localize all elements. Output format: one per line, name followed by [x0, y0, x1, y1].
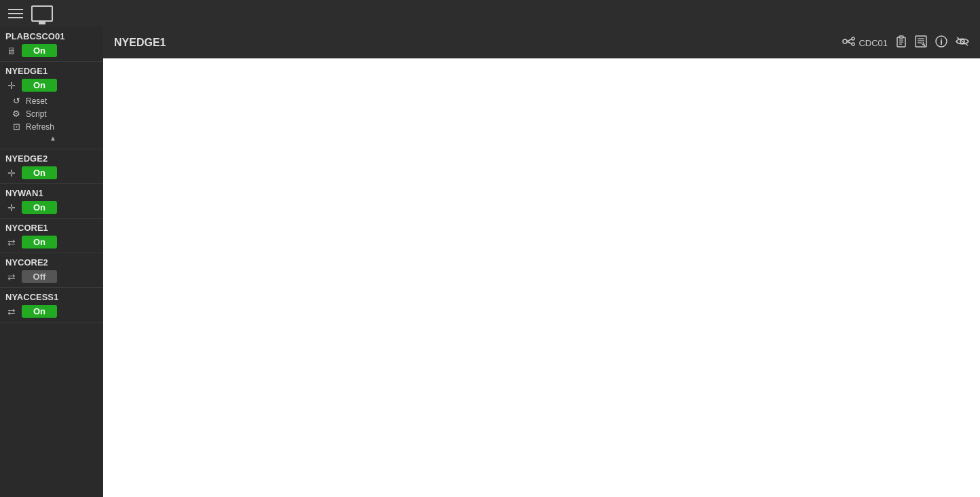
device-row-nywan1: ✛ On	[5, 201, 98, 214]
svg-rect-6	[899, 36, 903, 38]
device-name-nywan1: NYWAN1	[5, 188, 98, 198]
switch-icon-nyaccess1: ⇄	[5, 306, 18, 317]
header-actions: CDC01	[842, 35, 969, 50]
reset-label: Reset	[26, 96, 47, 106]
reset-menu-item[interactable]: ↺ Reset	[11, 94, 95, 107]
status-button-nyedge2[interactable]: On	[22, 166, 57, 179]
refresh-menu-item[interactable]: ⊡ Refresh	[11, 120, 95, 133]
switch-icon-nycore2: ⇄	[5, 272, 18, 282]
device-item-nyaccess1: NYACCESS1 ⇄ On	[0, 288, 103, 323]
device-name-nyedge1: NYEDGE1	[5, 66, 98, 76]
edit-icon	[915, 35, 927, 50]
device-item-nycore2: NYCORE2 ⇄ Off	[0, 253, 103, 288]
context-menu-nyedge1: ↺ Reset ⚙ Script ⊡ Refresh ▲	[5, 93, 98, 146]
info-icon	[935, 35, 947, 50]
status-button-nyaccess1[interactable]: On	[22, 305, 57, 318]
refresh-label: Refresh	[26, 122, 54, 132]
status-button-nywan1[interactable]: On	[22, 201, 57, 214]
screen-button[interactable]	[31, 5, 53, 22]
expand-arrow-nyedge1[interactable]: ▲	[11, 133, 95, 143]
info-action[interactable]	[935, 35, 947, 50]
device-name-nycore1: NYCORE1	[5, 223, 98, 233]
sidebar: PLABCSCO01 🖥 On NYEDGE1 ✛ On ↺ Reset ⚙	[0, 27, 103, 497]
status-button-nyedge1[interactable]: On	[22, 79, 57, 92]
router-icon-nyedge2: ✛	[5, 168, 18, 179]
device-header: NYEDGE1 CDC01	[103, 27, 980, 58]
script-label: Script	[26, 109, 47, 119]
edit-action[interactable]	[915, 35, 927, 50]
device-row-nycore1: ⇄ On	[5, 236, 98, 248]
device-item-nyedge2: NYEDGE2 ✛ On	[0, 149, 103, 184]
svg-line-3	[847, 39, 852, 42]
server-icon: 🖥	[5, 45, 18, 56]
device-name-nycore2: NYCORE2	[5, 257, 98, 268]
device-item-plabcsco01: PLABCSCO01 🖥 On	[0, 27, 103, 62]
cdc-label: CDC01	[859, 38, 888, 48]
device-row-nyedge2: ✛ On	[5, 166, 98, 179]
device-row-nyaccess1: ⇄ On	[5, 305, 98, 318]
terminal-panel[interactable]	[103, 58, 980, 497]
router-icon-nyedge1: ✛	[5, 80, 18, 91]
router-icon-nywan1: ✛	[5, 202, 18, 213]
device-item-nyedge1: NYEDGE1 ✛ On ↺ Reset ⚙ Script ⊡ Refresh	[0, 62, 103, 149]
device-name-nyaccess1: NYACCESS1	[5, 292, 98, 302]
script-menu-item[interactable]: ⚙ Script	[11, 107, 95, 120]
device-name-nyedge2: NYEDGE2	[5, 153, 98, 164]
device-title: NYEDGE1	[114, 37, 166, 49]
clipboard-icon	[896, 35, 907, 50]
device-item-nywan1: NYWAN1 ✛ On	[0, 184, 103, 219]
svg-point-18	[941, 39, 942, 40]
top-bar	[0, 0, 980, 27]
status-button-plabcsco01[interactable]: On	[22, 44, 57, 57]
device-row-plabcsco01: 🖥 On	[5, 44, 98, 57]
svg-point-1	[852, 37, 854, 40]
status-button-nycore2[interactable]: Off	[22, 270, 57, 283]
switch-icon-nycore1: ⇄	[5, 237, 18, 248]
clipboard-action[interactable]	[896, 35, 907, 50]
svg-line-4	[847, 41, 852, 44]
hamburger-menu-button[interactable]	[5, 6, 26, 21]
svg-point-2	[852, 43, 854, 45]
hide-action[interactable]	[956, 37, 969, 49]
reset-icon: ↺	[11, 96, 22, 106]
svg-point-0	[843, 39, 847, 43]
main-layout: PLABCSCO01 🖥 On NYEDGE1 ✛ On ↺ Reset ⚙	[0, 27, 980, 497]
device-name-plabcsco01: PLABCSCO01	[5, 31, 98, 41]
cdc-location-item[interactable]: CDC01	[842, 36, 888, 50]
hide-icon	[956, 37, 969, 49]
script-icon: ⚙	[11, 109, 22, 119]
main-content: NYEDGE1 CDC01	[103, 27, 980, 497]
status-button-nycore1[interactable]: On	[22, 236, 57, 248]
location-icon	[842, 36, 856, 50]
device-row-nyedge1: ✛ On	[5, 79, 98, 92]
refresh-icon: ⊡	[11, 122, 22, 132]
device-row-nycore2: ⇄ Off	[5, 270, 98, 283]
device-item-nycore1: NYCORE1 ⇄ On	[0, 219, 103, 253]
